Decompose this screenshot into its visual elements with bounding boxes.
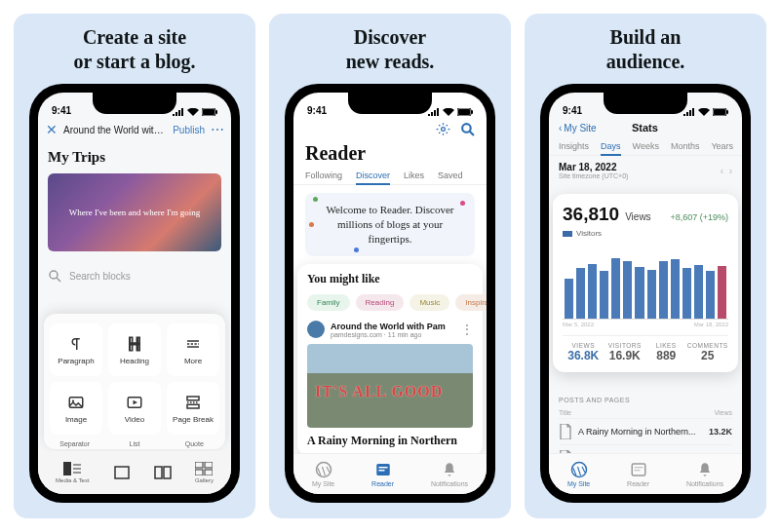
- chart-bar[interactable]: [623, 261, 632, 319]
- page-title: Stats: [597, 122, 693, 133]
- tab-weeks[interactable]: Weeks: [633, 141, 659, 151]
- svg-rect-20: [205, 462, 213, 468]
- status-time: 9:41: [52, 105, 71, 116]
- block-page-break[interactable]: Page Break: [167, 382, 219, 435]
- avatar: [307, 321, 325, 338]
- chart-bar[interactable]: [565, 279, 573, 319]
- tab-likes[interactable]: Likes: [404, 171, 424, 180]
- post-header[interactable]: Around the World with Pam pamdesigns.com…: [307, 321, 473, 338]
- tab-insights[interactable]: Insights: [559, 141, 589, 151]
- you-might-like-card: You might like Family Reading Music Insp…: [297, 264, 483, 456]
- screen-stats: 9:41 ‹My Site Stats Insights Days Weeks …: [549, 93, 742, 494]
- tool-gallery[interactable]: Gallery: [195, 462, 214, 483]
- nav-notifications[interactable]: Notifications: [686, 461, 723, 487]
- caption: Discover new reads.: [346, 25, 435, 74]
- pill-music[interactable]: Music: [410, 294, 449, 311]
- stat-visitors[interactable]: VISITORS16.9K: [604, 342, 646, 362]
- views-delta: +8,607 (+19%): [670, 212, 728, 222]
- next-day-icon[interactable]: ›: [729, 166, 732, 176]
- pill-inspiration[interactable]: Inspiration: [455, 294, 487, 311]
- reader-heading: Reader: [293, 140, 487, 171]
- editor-toolbar: Media & Text Gallery: [38, 451, 231, 494]
- caption: Build an audience.: [606, 25, 685, 74]
- tab-saved[interactable]: Saved: [438, 171, 463, 180]
- svg-rect-34: [714, 109, 725, 115]
- tab-discover[interactable]: Discover: [356, 171, 390, 185]
- svg-rect-17: [155, 467, 162, 478]
- stat-views[interactable]: VIEWS36.8K: [563, 342, 604, 362]
- svg-rect-18: [164, 467, 171, 478]
- chart-bar[interactable]: [600, 271, 608, 319]
- chart-bar[interactable]: [611, 258, 620, 319]
- pill-reading[interactable]: Reading: [356, 294, 405, 311]
- blocks-picker-card: Paragraph Heading More Image Video Page …: [44, 314, 225, 449]
- nav-reader[interactable]: Reader: [371, 461, 394, 487]
- nav-reader[interactable]: Reader: [627, 461, 649, 487]
- stat-likes[interactable]: LIKES889: [645, 342, 687, 362]
- chart-bar[interactable]: [647, 270, 656, 319]
- search-blocks[interactable]: Search blocks: [38, 259, 231, 288]
- chart-bar[interactable]: [635, 267, 644, 319]
- block-more[interactable]: More: [167, 323, 219, 376]
- post-more-icon[interactable]: ⋮: [461, 323, 473, 336]
- phone-frame: 9:41 ‹My Site Stats Insights Days Weeks …: [540, 84, 751, 503]
- tab-months[interactable]: Months: [671, 141, 700, 151]
- panel-discover: Discover new reads. 9:41 Reader Followin…: [269, 14, 511, 518]
- views-chart[interactable]: [563, 244, 728, 320]
- nav-my-site[interactable]: My Site: [567, 461, 590, 487]
- block-image[interactable]: Image: [50, 382, 102, 435]
- reader-icon: [374, 461, 392, 478]
- document-title[interactable]: Around the World with...: [63, 125, 167, 135]
- panel-create-site: Create a site or start a blog. 9:41 ✕ Ar…: [14, 14, 255, 518]
- svg-point-26: [442, 128, 446, 132]
- close-icon[interactable]: ✕: [46, 122, 58, 137]
- svg-rect-24: [458, 109, 470, 115]
- chart-bar[interactable]: [659, 261, 668, 319]
- block-separator[interactable]: Separator: [50, 440, 99, 447]
- document-icon: [559, 424, 572, 439]
- tab-days[interactable]: Days: [601, 141, 621, 156]
- block-video[interactable]: Video: [108, 382, 161, 435]
- svg-rect-22: [205, 470, 213, 475]
- tool-media-text[interactable]: Media & Text: [56, 462, 90, 483]
- chart-bar[interactable]: [718, 266, 726, 320]
- post-title[interactable]: A Rainy Morning in Northern: [307, 434, 473, 448]
- block-paragraph[interactable]: Paragraph: [50, 323, 102, 376]
- block-quote[interactable]: Quote: [170, 440, 219, 447]
- block-heading[interactable]: Heading: [108, 323, 161, 376]
- tool-3[interactable]: [154, 466, 172, 479]
- block-list[interactable]: List: [109, 440, 159, 447]
- welcome-banner: Welcome to Reader. Discover millions of …: [305, 193, 475, 256]
- tab-years[interactable]: Years: [711, 141, 733, 151]
- cover-block[interactable]: Where I've been and where I'm going: [48, 173, 221, 251]
- chart-bar[interactable]: [576, 268, 585, 319]
- publish-button[interactable]: Publish: [173, 125, 205, 135]
- more-icon[interactable]: ⋯: [211, 122, 223, 137]
- phone-frame: 9:41 ✕ Around the World with... Publish …: [29, 84, 240, 503]
- stat-comments[interactable]: COMMENTS25: [687, 342, 729, 362]
- chart-bar[interactable]: [682, 268, 691, 319]
- post-author: Around the World with Pam: [331, 322, 455, 331]
- nav-my-site[interactable]: My Site: [312, 461, 334, 487]
- search-icon[interactable]: [460, 122, 475, 136]
- nav-notifications[interactable]: Notifications: [431, 461, 468, 487]
- chart-bar[interactable]: [706, 271, 715, 319]
- tab-following[interactable]: Following: [305, 171, 342, 180]
- chart-bar[interactable]: [694, 265, 703, 319]
- post-meta: pamdesigns.com · 11 min ago: [331, 331, 455, 338]
- x-end: Mar 18, 2022: [694, 322, 728, 327]
- tool-2[interactable]: [113, 466, 131, 479]
- back-button[interactable]: ‹My Site: [559, 123, 597, 133]
- prev-day-icon[interactable]: ‹: [721, 166, 723, 176]
- post-image[interactable]: IT'S ALL GOOD: [307, 344, 473, 428]
- gear-icon[interactable]: [436, 122, 450, 136]
- svg-rect-1: [203, 109, 214, 115]
- chart-bar[interactable]: [588, 264, 597, 319]
- chart-bar[interactable]: [671, 259, 680, 319]
- svg-rect-31: [378, 467, 387, 469]
- wordpress-icon: [570, 461, 588, 478]
- page-heading[interactable]: My Trips: [48, 149, 221, 166]
- yml-heading: You might like: [307, 272, 473, 286]
- pill-family[interactable]: Family: [307, 294, 350, 311]
- post-row[interactable]: A Rainy Morning in Northern... 13.2K: [559, 418, 732, 444]
